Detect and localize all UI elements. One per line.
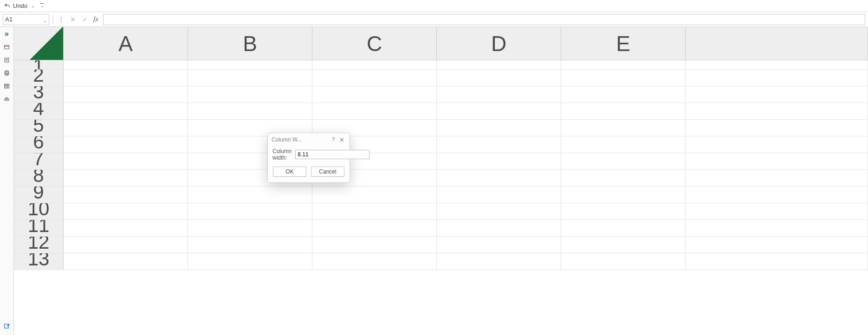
row-header[interactable]: 3 [14, 86, 64, 103]
cell[interactable] [686, 203, 868, 220]
cell[interactable] [64, 153, 188, 170]
cell[interactable] [561, 136, 686, 153]
cell[interactable] [686, 136, 868, 153]
cell[interactable] [188, 60, 312, 70]
cell[interactable] [188, 220, 312, 237]
cell[interactable] [686, 220, 868, 237]
cell[interactable] [561, 203, 686, 220]
row-header[interactable]: 13 [14, 253, 64, 270]
row-header[interactable]: 7 [14, 153, 64, 170]
cell[interactable] [686, 253, 868, 270]
cell[interactable] [561, 70, 686, 86]
cell[interactable] [561, 253, 686, 270]
cell[interactable] [312, 187, 437, 203]
cell[interactable] [188, 103, 312, 120]
cell[interactable] [437, 203, 561, 220]
cell[interactable] [64, 120, 188, 136]
cell[interactable] [437, 136, 561, 153]
cell[interactable] [64, 237, 188, 253]
cell[interactable] [188, 203, 312, 220]
cell[interactable] [437, 103, 561, 120]
table-icon[interactable] [3, 83, 11, 89]
cell[interactable] [437, 60, 561, 70]
row-header[interactable]: 12 [14, 237, 64, 253]
cell[interactable] [188, 237, 312, 253]
cell[interactable] [686, 153, 868, 170]
cell[interactable] [64, 86, 188, 103]
cell[interactable] [437, 237, 561, 253]
binoculars-icon[interactable] [3, 96, 11, 102]
dialog-titlebar[interactable]: Column W... ? ✕ [268, 133, 350, 146]
column-header-overflow[interactable] [686, 27, 868, 60]
cell[interactable] [561, 220, 686, 237]
name-box[interactable]: A1 ⌄ [3, 14, 49, 25]
cell[interactable] [437, 253, 561, 270]
cancel-button[interactable]: Cancel [311, 167, 344, 177]
help-icon[interactable]: ? [329, 136, 337, 143]
cell[interactable] [312, 103, 437, 120]
cell[interactable] [437, 170, 561, 187]
row-header[interactable]: 2 [14, 70, 64, 86]
cell[interactable] [561, 153, 686, 170]
cell[interactable] [64, 136, 188, 153]
cell[interactable] [188, 70, 312, 86]
cell[interactable] [561, 60, 686, 70]
cell[interactable] [561, 120, 686, 136]
column-header-e[interactable]: E [561, 27, 686, 60]
cell[interactable] [686, 86, 868, 103]
cell[interactable] [561, 237, 686, 253]
undo-icon[interactable] [4, 2, 11, 10]
cell[interactable] [686, 170, 868, 187]
cell[interactable] [312, 60, 437, 70]
cell[interactable] [437, 153, 561, 170]
cell[interactable] [437, 187, 561, 203]
print-icon[interactable] [3, 70, 11, 76]
cell[interactable] [64, 70, 188, 86]
cell[interactable] [312, 86, 437, 103]
cell[interactable] [188, 187, 312, 203]
cell[interactable] [437, 86, 561, 103]
row-header[interactable]: 4 [14, 103, 64, 120]
cell[interactable] [686, 237, 868, 253]
row-header[interactable]: 1 [14, 60, 64, 70]
cell[interactable] [64, 170, 188, 187]
form-icon[interactable] [3, 57, 11, 63]
cell[interactable] [64, 187, 188, 203]
cell[interactable] [686, 70, 868, 86]
cell[interactable] [64, 203, 188, 220]
formula-input[interactable] [103, 14, 865, 25]
cell[interactable] [686, 103, 868, 120]
cell[interactable] [64, 253, 188, 270]
close-icon[interactable]: ✕ [337, 136, 346, 143]
ok-button[interactable]: OK [273, 167, 306, 177]
row-header[interactable]: 6 [14, 136, 64, 153]
chevron-down-icon[interactable]: ⌄ [43, 18, 47, 23]
expand-pane-icon[interactable]: » [3, 31, 11, 37]
row-header[interactable]: 8 [14, 170, 64, 187]
row-header[interactable]: 10 [14, 203, 64, 220]
cell[interactable] [561, 187, 686, 203]
cell[interactable] [437, 120, 561, 136]
cell[interactable] [312, 237, 437, 253]
column-width-input[interactable] [295, 150, 369, 159]
qat-customize-icon[interactable]: ⌄ [39, 4, 46, 8]
cell[interactable] [437, 220, 561, 237]
cell[interactable] [686, 187, 868, 203]
cell[interactable] [561, 86, 686, 103]
cell[interactable] [561, 103, 686, 120]
cell[interactable] [312, 203, 437, 220]
more-icon[interactable]: ⋮ [57, 16, 65, 23]
fx-icon[interactable]: fx [92, 15, 100, 23]
window-icon[interactable] [3, 44, 11, 50]
column-header-b[interactable]: B [188, 27, 312, 60]
cell[interactable] [561, 170, 686, 187]
undo-dropdown-icon[interactable]: ⌄ [29, 3, 37, 8]
cell[interactable] [64, 220, 188, 237]
column-header-d[interactable]: D [437, 27, 561, 60]
cell[interactable] [686, 60, 868, 70]
undo-label[interactable]: Undo [13, 2, 27, 9]
row-header[interactable]: 5 [14, 120, 64, 136]
cell[interactable] [188, 86, 312, 103]
cell[interactable] [64, 60, 188, 70]
popout-icon[interactable] [3, 323, 11, 329]
